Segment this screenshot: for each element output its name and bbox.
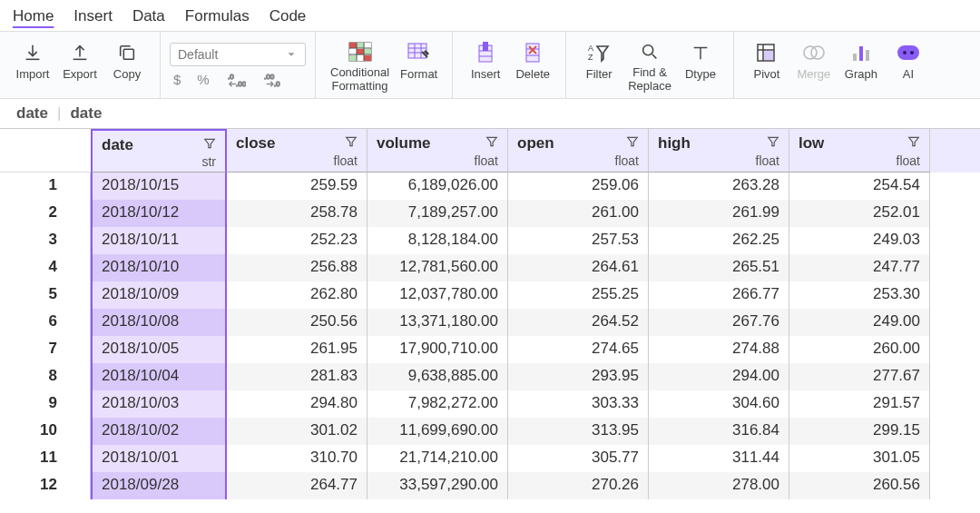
cell-high[interactable]: 266.77: [649, 281, 789, 309]
percent-button[interactable]: %: [197, 72, 209, 87]
cell-close[interactable]: 258.78: [227, 200, 368, 227]
row-number[interactable]: 7: [0, 336, 91, 363]
cell-low[interactable]: 299.15: [789, 418, 930, 445]
pivot-button[interactable]: Pivot: [743, 35, 790, 94]
cell-high[interactable]: 263.28: [649, 173, 789, 200]
cell-open[interactable]: 255.25: [508, 281, 649, 309]
cell-volume[interactable]: 21,714,210.00: [368, 445, 508, 472]
currency-button[interactable]: $: [173, 72, 181, 87]
row-number[interactable]: 12: [0, 472, 91, 499]
cell-low[interactable]: 247.77: [789, 254, 930, 281]
cell-volume[interactable]: 12,781,560.00: [368, 254, 508, 281]
copy-button[interactable]: Copy: [103, 35, 151, 94]
cell-date[interactable]: 2018/10/15: [91, 173, 227, 200]
cell-close[interactable]: 259.59: [227, 173, 368, 200]
cell-date[interactable]: 2018/10/11: [91, 227, 227, 254]
tab-insert[interactable]: Insert: [72, 5, 114, 31]
cell-low[interactable]: 260.56: [789, 472, 930, 499]
colhead-high[interactable]: high float: [649, 129, 789, 173]
cell-date[interactable]: 2018/10/08: [91, 309, 227, 336]
cell-date[interactable]: 2018/10/01: [91, 445, 227, 472]
colhead-close[interactable]: close float: [227, 129, 368, 173]
row-number[interactable]: 2: [0, 200, 91, 227]
row-number[interactable]: 3: [0, 227, 91, 254]
row-number[interactable]: 8: [0, 363, 91, 390]
export-button[interactable]: Export: [56, 35, 103, 94]
cell-volume[interactable]: 33,597,290.00: [368, 472, 508, 499]
filter-icon[interactable]: [907, 135, 920, 148]
ai-button[interactable]: AI: [885, 35, 932, 94]
filter-button[interactable]: AZ Filter: [575, 35, 622, 94]
cell-high[interactable]: 311.44: [649, 445, 789, 472]
corner-cell[interactable]: [0, 129, 91, 173]
cell-close[interactable]: 281.83: [227, 363, 368, 390]
cell-low[interactable]: 249.03: [789, 227, 930, 254]
colhead-volume[interactable]: volume float: [368, 129, 508, 173]
merge-button[interactable]: Merge: [790, 35, 838, 94]
find-replace-button[interactable]: Find & Replace: [622, 35, 677, 94]
dtype-button[interactable]: Dtype: [677, 35, 724, 94]
filter-icon[interactable]: [626, 135, 639, 148]
cell-close[interactable]: 262.80: [227, 281, 368, 309]
row-number[interactable]: 9: [0, 390, 91, 418]
cell-high[interactable]: 304.60: [649, 390, 789, 418]
cell-low[interactable]: 253.30: [789, 281, 930, 309]
cell-open[interactable]: 305.77: [508, 445, 649, 472]
row-number[interactable]: 6: [0, 309, 91, 336]
filter-icon[interactable]: [345, 135, 358, 148]
cell-open[interactable]: 274.65: [508, 336, 649, 363]
cell-close[interactable]: 250.56: [227, 309, 368, 336]
cell-open[interactable]: 270.26: [508, 472, 649, 499]
cell-open[interactable]: 293.95: [508, 363, 649, 390]
cell-low[interactable]: 291.57: [789, 390, 930, 418]
format-button[interactable]: Format: [395, 35, 443, 94]
row-number[interactable]: 5: [0, 281, 91, 309]
cell-volume[interactable]: 13,371,180.00: [368, 309, 508, 336]
conditional-formatting-button[interactable]: Conditional Formatting: [325, 35, 395, 94]
filter-icon[interactable]: [485, 135, 498, 148]
cell-low[interactable]: 260.00: [789, 336, 930, 363]
graph-button[interactable]: Graph: [838, 35, 885, 94]
tab-code[interactable]: Code: [268, 5, 309, 31]
increase-decimal-button[interactable]: .00.0: [262, 72, 282, 88]
cell-volume[interactable]: 7,982,272.00: [368, 390, 508, 418]
cell-date[interactable]: 2018/10/05: [91, 336, 227, 363]
cell-close[interactable]: 294.80: [227, 390, 368, 418]
cell-date[interactable]: 2018/10/09: [91, 281, 227, 309]
number-format-select[interactable]: Default: [170, 43, 306, 66]
row-number[interactable]: 10: [0, 418, 91, 445]
cell-volume[interactable]: 9,638,885.00: [368, 363, 508, 390]
cell-close[interactable]: 310.70: [227, 445, 368, 472]
cell-open[interactable]: 313.95: [508, 418, 649, 445]
cell-date[interactable]: 2018/10/02: [91, 418, 227, 445]
cell-low[interactable]: 254.54: [789, 173, 930, 200]
cell-high[interactable]: 267.76: [649, 309, 789, 336]
cell-volume[interactable]: 6,189,026.00: [368, 173, 508, 200]
colhead-open[interactable]: open float: [508, 129, 649, 173]
cell-date[interactable]: 2018/10/04: [91, 363, 227, 390]
cell-volume[interactable]: 7,189,257.00: [368, 200, 508, 227]
cell-low[interactable]: 301.05: [789, 445, 930, 472]
row-number[interactable]: 11: [0, 445, 91, 472]
cell-volume[interactable]: 12,037,780.00: [368, 281, 508, 309]
cell-high[interactable]: 265.51: [649, 254, 789, 281]
cell-open[interactable]: 257.53: [508, 227, 649, 254]
decrease-decimal-button[interactable]: .0.00: [226, 72, 246, 88]
cell-high[interactable]: 294.00: [649, 363, 789, 390]
cell-date[interactable]: 2018/10/10: [91, 254, 227, 281]
cell-high[interactable]: 261.99: [649, 200, 789, 227]
cell-low[interactable]: 249.00: [789, 309, 930, 336]
cell-open[interactable]: 261.00: [508, 200, 649, 227]
cell-high[interactable]: 274.88: [649, 336, 789, 363]
colhead-low[interactable]: low float: [789, 129, 930, 173]
cell-close[interactable]: 256.88: [227, 254, 368, 281]
cell-open[interactable]: 303.33: [508, 390, 649, 418]
filter-icon[interactable]: [767, 135, 779, 148]
cell-open[interactable]: 264.52: [508, 309, 649, 336]
cell-low[interactable]: 252.01: [789, 200, 930, 227]
import-button[interactable]: Import: [9, 35, 56, 94]
cell-open[interactable]: 264.61: [508, 254, 649, 281]
cell-open[interactable]: 259.06: [508, 173, 649, 200]
cell-high[interactable]: 278.00: [649, 472, 789, 499]
colhead-date[interactable]: date str: [91, 129, 227, 173]
